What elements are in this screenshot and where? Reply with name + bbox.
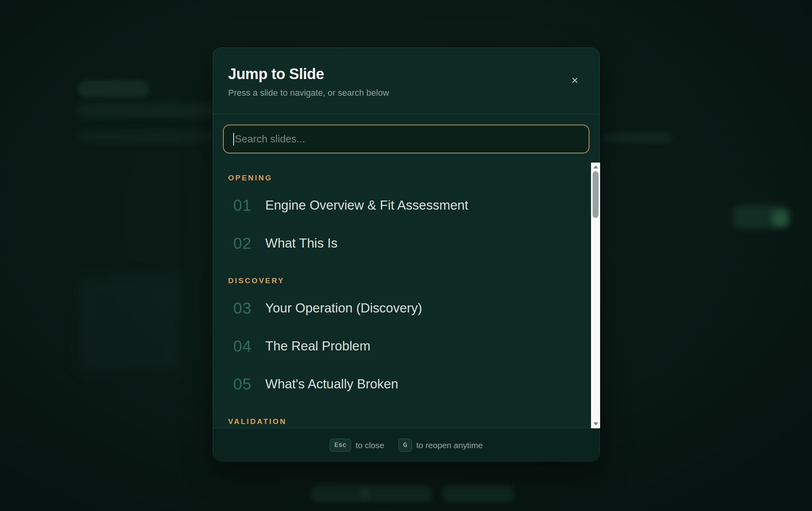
esc-hint-text: to close (355, 441, 384, 450)
slide-list: OPENING 01 Engine Overview & Fit Assessm… (213, 163, 599, 428)
slide-item-02[interactable]: 02 What This Is (228, 224, 572, 262)
section-label-opening: OPENING (228, 174, 572, 182)
slide-title: What This Is (265, 236, 338, 251)
backdrop-badge (78, 80, 149, 98)
backdrop-panel (78, 277, 181, 372)
slide-number: 02 (233, 235, 265, 252)
scrollbar[interactable] (591, 163, 600, 428)
slide-item-01[interactable]: 01 Engine Overview & Fit Assessment (228, 186, 572, 224)
esc-key-badge: Esc (330, 439, 351, 452)
modal-header: Jump to Slide Press a slide to navigate,… (213, 48, 599, 114)
scrollbar-down-arrow[interactable] (591, 420, 600, 428)
text-caret (233, 133, 234, 146)
g-hint-text: to reopen anytime (416, 441, 483, 450)
modal-title: Jump to Slide (228, 64, 584, 83)
search-placeholder: Search slides... (235, 133, 305, 145)
slide-number: 01 (233, 197, 265, 214)
backdrop-toolbar-item (443, 486, 514, 502)
modal-footer: Esc to close G to reopen anytime (213, 428, 599, 462)
scrollbar-up-arrow[interactable] (591, 163, 600, 171)
slide-title: Engine Overview & Fit Assessment (265, 198, 468, 213)
backdrop-text-line (603, 133, 671, 142)
backdrop-button (733, 205, 788, 229)
modal-subtitle: Press a slide to navigate, or search bel… (228, 87, 584, 98)
slide-title: What's Actually Broken (265, 377, 398, 392)
backdrop-toolbar-item (311, 485, 370, 502)
section-label-validation: VALIDATION (228, 417, 572, 426)
slide-item-03[interactable]: 03 Your Operation (Discovery) (228, 289, 572, 327)
scrollbar-thumb[interactable] (593, 171, 599, 218)
slide-item-05[interactable]: 05 What's Actually Broken (228, 365, 572, 403)
slide-title: The Real Problem (265, 339, 370, 354)
close-icon: × (571, 74, 578, 86)
g-key-badge: G (398, 439, 412, 452)
slide-title: Your Operation (Discovery) (265, 301, 422, 316)
jump-to-slide-modal: Jump to Slide Press a slide to navigate,… (213, 47, 600, 462)
backdrop-toolbar-item (360, 486, 431, 502)
slide-number: 05 (233, 375, 265, 393)
close-button[interactable]: × (567, 72, 583, 88)
section-label-discovery: DISCOVERY (228, 276, 572, 285)
triangle-down-icon (593, 422, 598, 426)
search-row: Search slides... (223, 125, 589, 153)
slide-item-04[interactable]: 04 The Real Problem (228, 327, 572, 365)
search-input[interactable]: Search slides... (223, 125, 589, 153)
slide-number: 04 (233, 337, 265, 355)
triangle-up-icon (593, 165, 598, 168)
slide-number: 03 (233, 299, 265, 317)
backdrop-button-glow (772, 210, 789, 226)
